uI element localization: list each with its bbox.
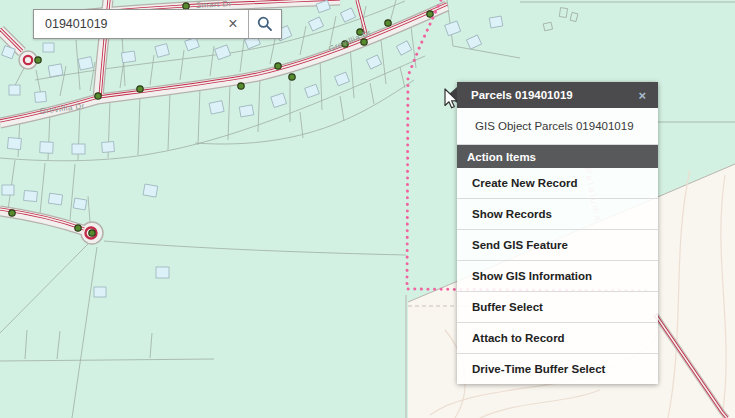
parcel-search-box: × (33, 9, 282, 39)
search-button[interactable] (249, 10, 281, 38)
action-item-drive-time-buffer-select[interactable]: Drive-Time Buffer Select (457, 353, 658, 384)
popup-title: Parcels 019401019 (471, 89, 573, 101)
action-item-buffer-select[interactable]: Buffer Select (457, 291, 658, 322)
close-icon[interactable]: × (636, 87, 648, 104)
gis-object-row[interactable]: GIS Object Parcels 019401019 (457, 108, 658, 145)
gis-object-label: GIS Object Parcels 019401019 (475, 120, 634, 132)
action-items-list: Create New Record Show Records Send GIS … (457, 168, 658, 384)
popup-header: Parcels 019401019 × (457, 82, 658, 108)
mouse-cursor (444, 88, 460, 110)
action-item-create-new-record[interactable]: Create New Record (457, 168, 658, 198)
action-item-send-gis-feature[interactable]: Send GIS Feature (457, 229, 658, 260)
clear-search-button[interactable]: × (218, 10, 248, 38)
action-item-attach-to-record[interactable]: Attach to Record (457, 322, 658, 353)
action-items-header: Action Items (457, 145, 658, 168)
parcel-popup: Parcels 019401019 × GIS Object Parcels 0… (457, 82, 658, 384)
action-item-show-records[interactable]: Show Records (457, 198, 658, 229)
action-item-show-gis-information[interactable]: Show GIS Information (457, 260, 658, 291)
search-input[interactable] (34, 10, 218, 38)
magnifier-icon (257, 16, 273, 32)
